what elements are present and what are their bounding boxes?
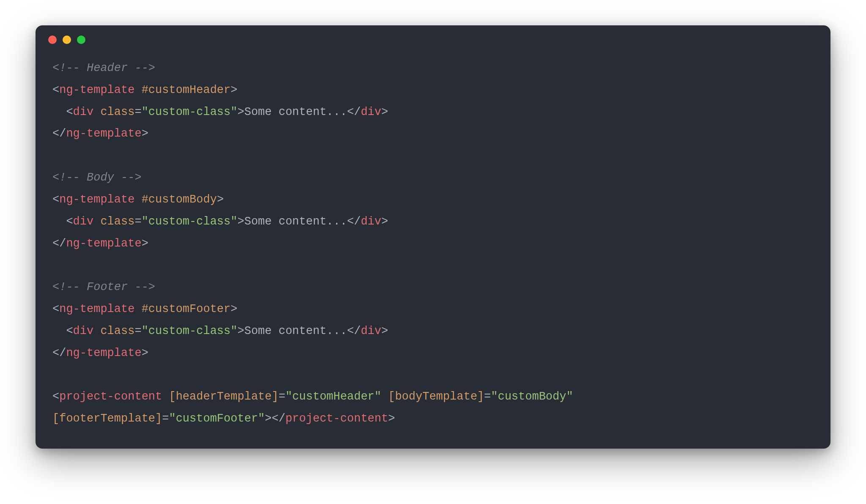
code-line xyxy=(52,145,814,167)
code-area[interactable]: <!-- Header --><ng-template #customHeade… xyxy=(36,47,830,449)
code-line: <ng-template #customBody> xyxy=(52,189,814,211)
code-line: <div class="custom-class">Some content..… xyxy=(52,211,814,233)
code-line xyxy=(52,255,814,277)
code-line: <ng-template #customFooter> xyxy=(52,299,814,320)
code-line: </ng-template> xyxy=(52,342,814,364)
comment-footer: <!-- Footer --> xyxy=(52,281,155,293)
window-titlebar xyxy=(36,25,830,47)
code-line: </ng-template> xyxy=(52,233,814,255)
code-line xyxy=(52,364,814,386)
code-line: <ng-template #customHeader> xyxy=(52,79,814,101)
comment-body: <!-- Body --> xyxy=(52,171,142,184)
code-line: <!-- Footer --> xyxy=(52,277,814,299)
comment-header: <!-- Header --> xyxy=(52,62,155,74)
traffic-light-minimize-icon[interactable] xyxy=(63,36,71,44)
code-line: <project-content [headerTemplate]="custo… xyxy=(52,386,814,408)
code-line: <div class="custom-class">Some content..… xyxy=(52,101,814,123)
code-line: <!-- Body --> xyxy=(52,167,814,189)
traffic-light-close-icon[interactable] xyxy=(48,36,57,44)
code-window: <!-- Header --><ng-template #customHeade… xyxy=(36,25,830,449)
code-line: <!-- Header --> xyxy=(52,58,814,79)
code-line: </ng-template> xyxy=(52,123,814,145)
code-line: <div class="custom-class">Some content..… xyxy=(52,320,814,342)
code-line: [footerTemplate]="customFooter"></projec… xyxy=(52,408,814,430)
traffic-light-zoom-icon[interactable] xyxy=(77,36,85,44)
